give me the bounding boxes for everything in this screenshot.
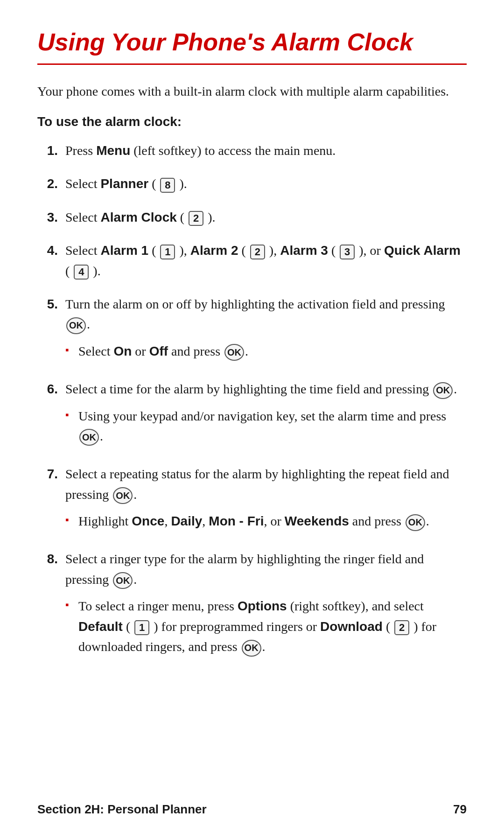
step-3: 3. Select Alarm Clock ( 2 ). (37, 207, 467, 227)
bullet-marker-8-1: ▪ (65, 596, 78, 613)
key-2-alarm2: 2 (250, 245, 265, 259)
ok-badge-6-sub: OK (79, 429, 99, 446)
sub-bullet-6-1: ▪ Using your keypad and/or navigation ke… (65, 406, 467, 447)
page-footer: Section 2H: Personal Planner 79 (0, 802, 504, 817)
sub-bullet-8-1: ▪ To select a ringer menu, press Options… (65, 596, 467, 657)
key-4-quickalarm: 4 (74, 265, 89, 280)
step-number-5: 5. (37, 294, 65, 366)
key-2-alarmclock: 2 (189, 211, 203, 226)
step-4: 4. Select Alarm 1 ( 1 ), Alarm 2 ( 2 ), … (37, 240, 467, 281)
step-content-7: Select a repeating status for the alarm … (65, 464, 467, 536)
section-heading: To use the alarm clock: (37, 114, 467, 129)
step-content-2: Select Planner ( 8 ). (65, 174, 467, 194)
step-content-5: Turn the alarm on or off by highlighting… (65, 294, 467, 366)
steps-list: 1. Press Menu (left softkey) to access t… (37, 140, 467, 661)
step-number-4: 4. (37, 240, 65, 281)
ok-badge-5: OK (66, 317, 86, 334)
key-2-download: 2 (394, 620, 409, 635)
key-3-alarm3: 3 (340, 245, 355, 259)
ok-badge-8: OK (113, 572, 133, 589)
step-5: 5. Turn the alarm on or off by highlight… (37, 294, 467, 366)
ok-badge-6: OK (433, 382, 453, 399)
step-number-6: 6. (37, 379, 65, 451)
sub-bullet-5-1: ▪ Select On or Off and press OK. (65, 341, 467, 361)
bullet-marker-7-1: ▪ (65, 511, 78, 528)
step-number-8: 8. (37, 549, 65, 661)
ok-badge-7-sub: OK (406, 514, 425, 531)
bullet-marker-6-1: ▪ (65, 406, 78, 423)
step-1: 1. Press Menu (left softkey) to access t… (37, 140, 467, 161)
footer-right: 79 (453, 802, 467, 817)
step-7: 7. Select a repeating status for the ala… (37, 464, 467, 536)
intro-paragraph: Your phone comes with a built-in alarm c… (37, 82, 467, 101)
step-content-4: Select Alarm 1 ( 1 ), Alarm 2 ( 2 ), Ala… (65, 240, 467, 281)
step-number-7: 7. (37, 464, 65, 536)
sub-bullet-text-7-1: Highlight Once, Daily, Mon - Fri, or Wee… (78, 511, 429, 531)
ok-badge-5-sub: OK (224, 344, 244, 361)
key-8: 8 (160, 178, 175, 193)
step-content-3: Select Alarm Clock ( 2 ). (65, 207, 467, 227)
page-title: Using Your Phone's Alarm Clock (37, 28, 467, 65)
step-content-1: Press Menu (left softkey) to access the … (65, 140, 467, 161)
step-content-8: Select a ringer type for the alarm by hi… (65, 549, 467, 661)
sub-bullet-7-1: ▪ Highlight Once, Daily, Mon - Fri, or W… (65, 511, 467, 531)
step-8: 8. Select a ringer type for the alarm by… (37, 549, 467, 661)
sub-bullet-text-6-1: Using your keypad and/or navigation key,… (78, 406, 467, 447)
step-content-6: Select a time for the alarm by highlight… (65, 379, 467, 451)
step-number-3: 3. (37, 207, 65, 227)
sub-bullet-text-8-1: To select a ringer menu, press Options (… (78, 596, 467, 657)
ok-badge-8-sub: OK (242, 640, 261, 657)
key-1-alarm1: 1 (160, 245, 175, 259)
step-number-1: 1. (37, 140, 65, 161)
key-1-default: 1 (134, 620, 149, 635)
sub-bullet-text-5-1: Select On or Off and press OK. (78, 341, 248, 361)
step-2: 2. Select Planner ( 8 ). (37, 174, 467, 194)
footer-left: Section 2H: Personal Planner (37, 802, 207, 817)
step-6: 6. Select a time for the alarm by highli… (37, 379, 467, 451)
step-number-2: 2. (37, 174, 65, 194)
bullet-marker-5-1: ▪ (65, 341, 78, 358)
ok-badge-7: OK (113, 487, 133, 504)
